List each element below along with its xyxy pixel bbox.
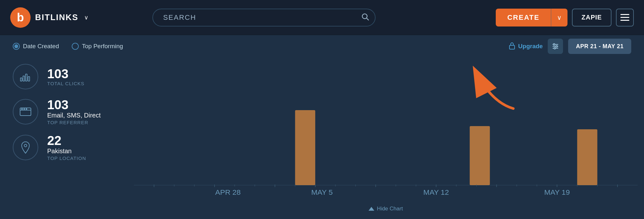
svg-rect-5	[509, 45, 515, 49]
svg-rect-4	[620, 20, 629, 21]
chart-svg: APR 28 MAY 5 MAY 12 MAY 19	[134, 61, 638, 201]
chart-bar-may19	[577, 129, 597, 185]
header-right: CREATE ∨ ZAPIE	[496, 9, 634, 26]
brand-name: BITLINKS	[35, 12, 78, 22]
stat-location-number: 22	[47, 134, 86, 147]
svg-rect-13	[23, 76, 25, 81]
svg-text:MAY 12: MAY 12	[423, 189, 449, 196]
zapie-button[interactable]: ZAPIE	[572, 9, 611, 26]
stat-location-label: TOP LOCATION	[47, 155, 86, 161]
svg-point-9	[553, 44, 555, 45]
menu-button[interactable]	[616, 9, 634, 26]
upgrade-button[interactable]: Upgrade	[509, 42, 543, 51]
stat-top-location: 22 Pakistan TOP LOCATION	[13, 134, 121, 161]
svg-point-21	[24, 144, 27, 147]
stat-total-clicks: 103 TOTAL CLICKS	[13, 64, 121, 89]
svg-point-10	[556, 46, 558, 47]
chart-bar-may12	[470, 126, 490, 185]
svg-point-0	[362, 14, 367, 19]
stat-clicks-label: TOTAL CLICKS	[47, 81, 84, 86]
brand-chevron-icon[interactable]: ∨	[84, 14, 88, 21]
date-created-radio[interactable]: Date Created	[13, 43, 59, 50]
search-icon[interactable]	[361, 12, 369, 23]
svg-point-11	[554, 48, 556, 49]
date-created-label: Date Created	[23, 43, 59, 50]
svg-line-1	[367, 18, 368, 20]
stat-location-text: 22 Pakistan TOP LOCATION	[47, 134, 86, 161]
svg-rect-3	[620, 17, 629, 18]
stat-referrer-text: 103 Email, SMS, Direct TOP REFERRER	[47, 98, 101, 125]
top-performing-label: Top Performing	[82, 43, 123, 50]
location-icon	[13, 135, 38, 160]
header: b BITLINKS ∨ CREATE ∨ ZAPIE	[0, 0, 644, 35]
svg-marker-52	[369, 207, 374, 211]
svg-point-18	[22, 109, 23, 110]
svg-text:APR 28: APR 28	[215, 189, 241, 196]
date-created-radio-circle	[13, 43, 20, 50]
stat-clicks-text: 103 TOTAL CLICKS	[47, 67, 84, 86]
stat-referrer-number: 103	[47, 98, 101, 111]
stat-referrer-main: Email, SMS, Direct	[47, 112, 101, 119]
hide-chart-button[interactable]: Hide Chart	[134, 202, 638, 215]
create-button-group: CREATE ∨	[496, 9, 567, 26]
stat-clicks-number: 103	[47, 67, 84, 80]
search-input[interactable]	[152, 9, 376, 26]
clicks-icon	[13, 64, 38, 89]
create-dropdown-button[interactable]: ∨	[551, 9, 567, 26]
filter-settings-button[interactable]	[548, 39, 563, 54]
svg-point-19	[24, 109, 25, 110]
filter-right: Upgrade APR 21 - MAY 21	[509, 39, 631, 54]
svg-rect-14	[26, 74, 27, 81]
top-performing-radio[interactable]: Top Performing	[72, 43, 123, 50]
svg-rect-12	[20, 78, 22, 81]
create-button[interactable]: CREATE	[496, 9, 551, 26]
stats-panel: 103 TOTAL CLICKS 103 Emai	[0, 57, 134, 219]
search-container	[152, 9, 376, 26]
referrer-icon	[13, 99, 38, 125]
stat-top-referrer: 103 Email, SMS, Direct TOP REFERRER	[13, 98, 121, 125]
top-performing-radio-circle	[72, 43, 79, 50]
chart-bar-may5	[295, 110, 315, 185]
logo-wrap[interactable]: b BITLINKS ∨	[10, 7, 88, 28]
hide-chart-label: Hide Chart	[377, 206, 403, 212]
svg-text:MAY 5: MAY 5	[311, 189, 333, 196]
stat-referrer-label: TOP REFERRER	[47, 120, 101, 125]
stat-location-main: Pakistan	[47, 147, 86, 155]
date-range-button[interactable]: APR 21 - MAY 21	[568, 39, 631, 54]
content: Date Created Top Performing Upgrade	[0, 35, 644, 219]
svg-rect-2	[620, 14, 629, 15]
svg-point-20	[26, 109, 27, 110]
main-area: 103 TOTAL CLICKS 103 Emai	[0, 57, 644, 219]
chart-area: APR 28 MAY 5 MAY 12 MAY 19	[134, 57, 644, 219]
svg-text:MAY 19: MAY 19	[544, 189, 570, 196]
date-created-radio-inner	[14, 44, 18, 48]
logo-icon: b	[10, 7, 31, 28]
filter-bar: Date Created Top Performing Upgrade	[0, 35, 644, 57]
svg-rect-15	[28, 77, 30, 81]
upgrade-label: Upgrade	[518, 43, 543, 50]
lock-icon	[509, 42, 516, 51]
